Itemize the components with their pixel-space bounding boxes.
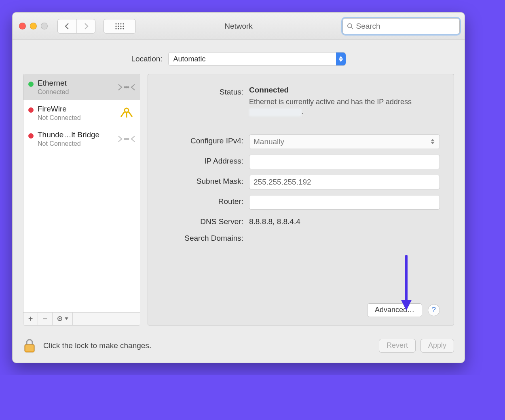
service-text: Thunde…lt Bridge Not Connected [38,130,113,147]
router-input[interactable] [249,195,440,210]
location-value: Automatic [173,55,206,63]
lock-icon[interactable] [23,338,36,353]
minimize-window-button[interactable] [30,23,37,29]
chevron-down-icon [65,317,68,320]
add-service-button[interactable]: + [23,313,38,325]
location-label: Location: [131,55,162,63]
search-field-wrap[interactable] [342,18,460,34]
svg-marker-29 [431,139,435,141]
status-dot-green-icon [28,82,34,87]
status-dot-red-icon [28,133,34,139]
svg-point-6 [120,25,121,27]
svg-line-13 [351,27,353,29]
service-name: FireWire [38,105,113,114]
detail-pane: Status: Connected Ethernet is currently … [148,74,454,326]
zoom-window-button[interactable] [41,23,48,29]
dns-server-row: DNS Server: 8.8.8.8, 8.8.4.4 [156,215,440,226]
window-title: Network [224,22,253,31]
svg-point-19 [125,108,129,112]
status-label: Status: [156,86,249,97]
chevron-up-icon [339,56,343,59]
service-name: Thunde…lt Bridge [38,130,113,140]
firewire-icon [117,105,136,121]
chevron-down-icon [339,59,343,62]
svg-point-12 [348,23,352,27]
service-text: Ethernet Connected [38,79,113,96]
service-list: Ethernet Connected FireWire Not Co [23,74,140,312]
traffic-lights [19,23,48,29]
configure-ipv4-value: Manually [254,137,284,146]
subnet-mask-row: Subnet Mask: [156,175,440,189]
ip-address-input[interactable] [249,155,440,169]
svg-point-23 [125,139,126,140]
router-label: Router: [156,195,249,206]
service-name: Ethernet [38,79,113,88]
chevron-right-icon [83,23,89,30]
select-stepper-icon [431,135,437,149]
status-row: Status: Connected Ethernet is currently … [156,86,440,117]
svg-point-10 [120,28,121,29]
search-icon [347,23,353,30]
thunderbolt-bridge-icon [117,133,136,145]
detail-bottom-row: Advanced… ? [156,303,440,317]
svg-marker-14 [339,56,343,59]
titlebar: Network [13,13,465,40]
svg-point-18 [128,87,129,88]
advanced-button[interactable]: Advanced… [367,303,422,317]
search-input[interactable] [356,22,455,31]
service-actions-button[interactable] [53,313,73,325]
svg-point-16 [125,87,126,88]
close-window-button[interactable] [19,23,26,29]
help-icon: ? [432,306,436,314]
svg-point-2 [120,23,121,24]
gear-icon [57,315,64,322]
help-button[interactable]: ? [428,304,440,316]
back-button[interactable] [58,19,76,33]
location-select[interactable]: Automatic [168,52,346,66]
network-preferences-window: Network Location: Automatic [12,12,465,363]
search-domains-label: Search Domains: [156,232,249,243]
remove-service-button[interactable]: − [38,313,53,325]
svg-marker-15 [339,59,343,62]
svg-point-24 [126,139,127,140]
svg-point-4 [115,25,116,27]
service-text: FireWire Not Connected [38,105,113,122]
service-thunderbolt-bridge[interactable]: Thunde…lt Bridge Not Connected [23,126,140,152]
ethernet-icon [117,81,136,93]
svg-marker-28 [65,317,68,320]
svg-point-25 [128,139,129,140]
service-status: Connected [38,88,113,96]
revert-button[interactable]: Revert [379,339,416,353]
svg-point-5 [118,25,119,27]
ip-address-label: IP Address: [156,155,249,166]
footer: Click the lock to make changes. Revert A… [13,334,465,363]
subnet-mask-input[interactable] [249,175,440,189]
service-ethernet[interactable]: Ethernet Connected [23,74,140,100]
svg-point-0 [115,23,116,24]
lock-text: Click the lock to make changes. [43,341,151,350]
service-firewire[interactable]: FireWire Not Connected [23,100,140,126]
svg-rect-34 [25,345,34,351]
configure-ipv4-label: Configure IPv4: [156,134,249,145]
status-value: Connected [249,86,440,94]
apply-button[interactable]: Apply [420,339,454,353]
subnet-mask-label: Subnet Mask: [156,175,249,186]
redacted-ip [249,108,302,116]
forward-button[interactable] [76,19,95,33]
dns-server-value: 8.8.8.8, 8.8.4.4 [249,217,300,226]
svg-point-9 [118,28,119,29]
configure-ipv4-select[interactable]: Manually [249,134,440,149]
show-all-button[interactable] [104,19,136,34]
annotation-arrow-icon [399,254,413,313]
svg-point-3 [123,23,124,24]
svg-line-21 [121,112,125,117]
svg-point-11 [123,28,124,29]
search-domains-row: Search Domains: [156,232,440,243]
svg-line-22 [129,112,132,117]
svg-point-17 [126,87,127,88]
location-select-stepper [336,52,346,65]
ip-address-row: IP Address: [156,155,440,169]
grid-icon [115,23,125,30]
status-description: Ethernet is currently active and has the… [249,97,440,117]
location-row: Location: Automatic [13,40,465,74]
